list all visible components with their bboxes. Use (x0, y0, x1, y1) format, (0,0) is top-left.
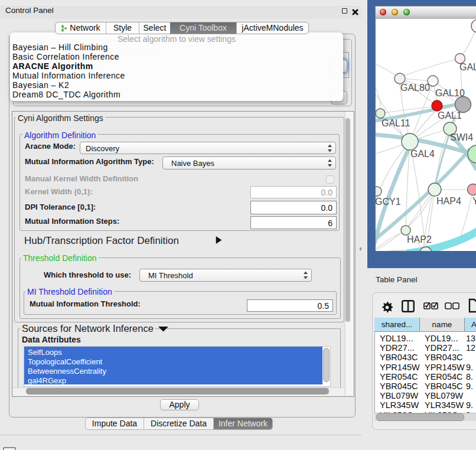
svg-text:GAL4: GAL4 (410, 149, 435, 159)
svg-text:GCY1: GCY1 (376, 197, 401, 207)
svg-text:HAP4: HAP4 (436, 196, 461, 206)
svg-text:GAL8: GAL8 (459, 62, 476, 72)
svg-text:GAL1: GAL1 (438, 110, 462, 120)
svg-text:Y: Y (472, 196, 476, 206)
svg-text:GAL80: GAL80 (400, 83, 430, 93)
svg-text:GAL11: GAL11 (382, 118, 410, 128)
svg-text:SWI4: SWI4 (450, 132, 473, 142)
svg-text:GAL10: GAL10 (435, 88, 465, 98)
svg-text:HAP2: HAP2 (407, 234, 432, 244)
